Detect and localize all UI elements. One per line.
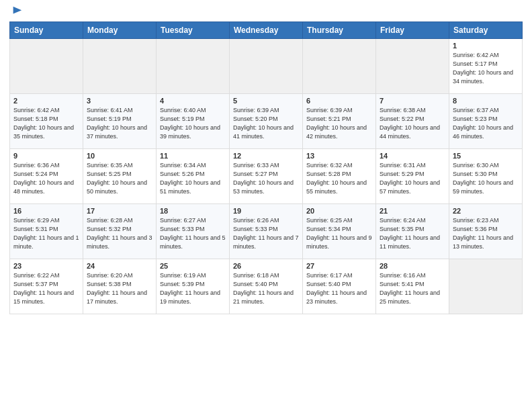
day-cell: 9 Sunrise: 6:36 AMSunset: 5:24 PMDayligh… — [10, 149, 83, 204]
day-cell: 21 Sunrise: 6:24 AMSunset: 5:35 PMDaylig… — [376, 204, 449, 259]
day-cell: 18 Sunrise: 6:27 AMSunset: 5:33 PMDaylig… — [157, 204, 230, 259]
day-info: Sunrise: 6:19 AMSunset: 5:39 PMDaylight:… — [160, 271, 226, 306]
day-info: Sunrise: 6:18 AMSunset: 5:40 PMDaylight:… — [233, 271, 299, 306]
day-info: Sunrise: 6:41 AMSunset: 5:19 PMDaylight:… — [87, 106, 152, 141]
day-cell: 22 Sunrise: 6:23 AMSunset: 5:36 PMDaylig… — [449, 204, 523, 259]
day-cell: 10 Sunrise: 6:35 AMSunset: 5:25 PMDaylig… — [83, 149, 157, 204]
day-number: 14 — [380, 152, 445, 160]
day-info: Sunrise: 6:39 AMSunset: 5:21 PMDaylight:… — [306, 106, 372, 141]
day-number: 11 — [160, 152, 226, 160]
day-cell — [83, 39, 157, 94]
day-cell: 11 Sunrise: 6:34 AMSunset: 5:26 PMDaylig… — [157, 149, 230, 204]
day-number: 15 — [453, 152, 519, 160]
week-row-5: 23 Sunrise: 6:22 AMSunset: 5:37 PMDaylig… — [10, 259, 523, 314]
day-info: Sunrise: 6:16 AMSunset: 5:41 PMDaylight:… — [380, 271, 445, 306]
day-cell: 8 Sunrise: 6:37 AMSunset: 5:23 PMDayligh… — [449, 94, 523, 149]
day-info: Sunrise: 6:37 AMSunset: 5:23 PMDaylight:… — [453, 106, 519, 141]
day-cell: 23 Sunrise: 6:22 AMSunset: 5:37 PMDaylig… — [10, 259, 83, 314]
day-info: Sunrise: 6:40 AMSunset: 5:19 PMDaylight:… — [160, 106, 226, 141]
weekday-monday: Monday — [83, 22, 157, 39]
day-info: Sunrise: 6:28 AMSunset: 5:32 PMDaylight:… — [87, 216, 152, 251]
day-cell — [157, 39, 230, 94]
day-info: Sunrise: 6:39 AMSunset: 5:20 PMDaylight:… — [233, 106, 299, 141]
day-cell — [303, 39, 376, 94]
week-row-1: 1 Sunrise: 6:42 AMSunset: 5:17 PMDayligh… — [10, 39, 523, 94]
day-number: 26 — [233, 262, 299, 270]
day-number: 1 — [453, 42, 519, 50]
day-info: Sunrise: 6:42 AMSunset: 5:18 PMDaylight:… — [13, 106, 79, 141]
header — [9, 7, 523, 17]
week-row-4: 16 Sunrise: 6:29 AMSunset: 5:31 PMDaylig… — [10, 204, 523, 259]
day-cell: 7 Sunrise: 6:38 AMSunset: 5:22 PMDayligh… — [376, 94, 449, 149]
day-cell: 25 Sunrise: 6:19 AMSunset: 5:39 PMDaylig… — [157, 259, 230, 314]
day-number: 21 — [380, 207, 445, 215]
weekday-thursday: Thursday — [303, 22, 376, 39]
day-cell: 13 Sunrise: 6:32 AMSunset: 5:28 PMDaylig… — [303, 149, 376, 204]
day-cell — [10, 39, 83, 94]
day-cell: 19 Sunrise: 6:26 AMSunset: 5:33 PMDaylig… — [230, 204, 303, 259]
day-cell: 12 Sunrise: 6:33 AMSunset: 5:27 PMDaylig… — [230, 149, 303, 204]
day-info: Sunrise: 6:36 AMSunset: 5:24 PMDaylight:… — [13, 161, 79, 196]
day-cell: 28 Sunrise: 6:16 AMSunset: 5:41 PMDaylig… — [376, 259, 449, 314]
day-cell — [376, 39, 449, 94]
weekday-header-row: SundayMondayTuesdayWednesdayThursdayFrid… — [10, 22, 523, 39]
weekday-tuesday: Tuesday — [157, 22, 230, 39]
logo-flag-icon — [11, 5, 23, 17]
day-info: Sunrise: 6:20 AMSunset: 5:38 PMDaylight:… — [87, 271, 152, 306]
day-info: Sunrise: 6:24 AMSunset: 5:35 PMDaylight:… — [380, 216, 445, 251]
week-row-2: 2 Sunrise: 6:42 AMSunset: 5:18 PMDayligh… — [10, 94, 523, 149]
day-info: Sunrise: 6:26 AMSunset: 5:33 PMDaylight:… — [233, 216, 299, 251]
calendar-wrapper: SundayMondayTuesdayWednesdayThursdayFrid… — [0, 0, 532, 411]
day-info: Sunrise: 6:30 AMSunset: 5:30 PMDaylight:… — [453, 161, 519, 196]
day-number: 16 — [13, 207, 79, 215]
day-info: Sunrise: 6:29 AMSunset: 5:31 PMDaylight:… — [13, 216, 79, 251]
day-number: 23 — [13, 262, 79, 270]
day-info: Sunrise: 6:32 AMSunset: 5:28 PMDaylight:… — [306, 161, 372, 196]
day-cell: 4 Sunrise: 6:40 AMSunset: 5:19 PMDayligh… — [157, 94, 230, 149]
day-info: Sunrise: 6:23 AMSunset: 5:36 PMDaylight:… — [453, 216, 519, 251]
day-info: Sunrise: 6:25 AMSunset: 5:34 PMDaylight:… — [306, 216, 372, 251]
day-number: 24 — [87, 262, 152, 270]
day-cell: 20 Sunrise: 6:25 AMSunset: 5:34 PMDaylig… — [303, 204, 376, 259]
day-cell — [449, 259, 523, 314]
day-cell: 17 Sunrise: 6:28 AMSunset: 5:32 PMDaylig… — [83, 204, 157, 259]
day-info: Sunrise: 6:42 AMSunset: 5:17 PMDaylight:… — [453, 51, 519, 86]
day-number: 18 — [160, 207, 226, 215]
day-number: 3 — [87, 97, 152, 105]
day-cell: 15 Sunrise: 6:30 AMSunset: 5:30 PMDaylig… — [449, 149, 523, 204]
day-cell: 27 Sunrise: 6:17 AMSunset: 5:40 PMDaylig… — [303, 259, 376, 314]
day-number: 8 — [453, 97, 519, 105]
day-number: 19 — [233, 207, 299, 215]
day-info: Sunrise: 6:33 AMSunset: 5:27 PMDaylight:… — [233, 161, 299, 196]
day-number: 12 — [233, 152, 299, 160]
day-cell: 14 Sunrise: 6:31 AMSunset: 5:29 PMDaylig… — [376, 149, 449, 204]
day-cell: 5 Sunrise: 6:39 AMSunset: 5:20 PMDayligh… — [230, 94, 303, 149]
day-info: Sunrise: 6:35 AMSunset: 5:25 PMDaylight:… — [87, 161, 152, 196]
day-number: 17 — [87, 207, 152, 215]
day-info: Sunrise: 6:38 AMSunset: 5:22 PMDaylight:… — [380, 106, 445, 141]
day-cell — [230, 39, 303, 94]
day-info: Sunrise: 6:27 AMSunset: 5:33 PMDaylight:… — [160, 216, 226, 251]
day-cell: 6 Sunrise: 6:39 AMSunset: 5:21 PMDayligh… — [303, 94, 376, 149]
day-number: 5 — [233, 97, 299, 105]
day-info: Sunrise: 6:31 AMSunset: 5:29 PMDaylight:… — [380, 161, 445, 196]
day-number: 4 — [160, 97, 226, 105]
day-cell: 24 Sunrise: 6:20 AMSunset: 5:38 PMDaylig… — [83, 259, 157, 314]
day-number: 10 — [87, 152, 152, 160]
week-row-3: 9 Sunrise: 6:36 AMSunset: 5:24 PMDayligh… — [10, 149, 523, 204]
day-number: 6 — [306, 97, 372, 105]
day-number: 2 — [13, 97, 79, 105]
day-cell: 2 Sunrise: 6:42 AMSunset: 5:18 PMDayligh… — [10, 94, 83, 149]
day-info: Sunrise: 6:34 AMSunset: 5:26 PMDaylight:… — [160, 161, 226, 196]
day-cell: 3 Sunrise: 6:41 AMSunset: 5:19 PMDayligh… — [83, 94, 157, 149]
weekday-wednesday: Wednesday — [230, 22, 303, 39]
day-number: 7 — [380, 97, 445, 105]
day-cell: 26 Sunrise: 6:18 AMSunset: 5:40 PMDaylig… — [230, 259, 303, 314]
calendar-table: SundayMondayTuesdayWednesdayThursdayFrid… — [9, 21, 523, 314]
day-cell: 16 Sunrise: 6:29 AMSunset: 5:31 PMDaylig… — [10, 204, 83, 259]
weekday-friday: Friday — [376, 22, 449, 39]
svg-marker-0 — [13, 7, 22, 14]
day-number: 27 — [306, 262, 372, 270]
day-info: Sunrise: 6:17 AMSunset: 5:40 PMDaylight:… — [306, 271, 372, 306]
day-cell: 1 Sunrise: 6:42 AMSunset: 5:17 PMDayligh… — [449, 39, 523, 94]
